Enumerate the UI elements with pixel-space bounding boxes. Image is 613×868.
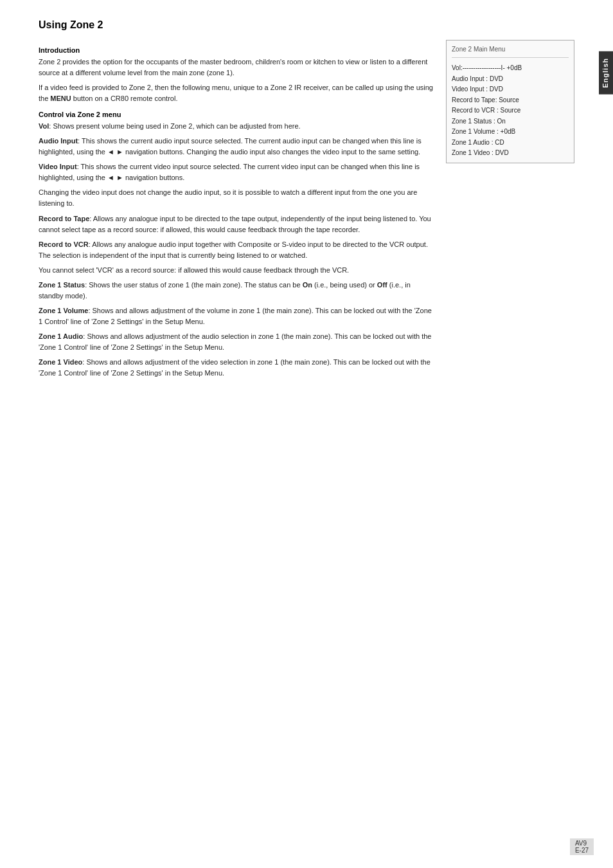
item-video-note: Changing the video input does not change… xyxy=(39,187,433,209)
item-video-note-text: Changing the video input does not change… xyxy=(39,188,417,207)
item-video-term: Video Input xyxy=(39,163,77,170)
item-z1vol-term: Zone 1 Volume xyxy=(39,307,88,314)
menu-line-6: Zone 1 Volume : +0dB xyxy=(452,127,569,138)
item-z1status-mid: (i.e., being used) or xyxy=(312,281,377,289)
intro-end-text: button on a CR80 remote control. xyxy=(73,95,178,102)
item-zone1-status: Zone 1 Status: Shows the user status of … xyxy=(39,280,433,302)
item-record-tape: Record to Tape: Allows any analogue inpu… xyxy=(39,213,433,235)
item-audio-term: Audio Input xyxy=(39,137,78,145)
item-z1status-on: On xyxy=(303,281,312,289)
intro-para2-text: If a video feed is provided to Zone 2, t… xyxy=(39,84,414,91)
item-vol-term: Vol xyxy=(39,122,49,130)
item-zone1-video: Zone 1 Video: Shows and allows adjustmen… xyxy=(39,357,433,379)
intro-para2: If a video feed is provided to Zone 2, t… xyxy=(39,82,433,104)
item-tape-term: Record to Tape xyxy=(39,215,89,222)
item-vcr-note-text: You cannot select 'VCR' as a record sour… xyxy=(39,266,349,274)
item-audio-text: : This shows the current audio input sou… xyxy=(39,137,422,156)
control-heading: Control via Zone 2 menu xyxy=(39,111,433,118)
page-container: English Using Zone 2 Introduction Zone 2… xyxy=(0,0,613,868)
item-zone1-audio: Zone 1 Audio: Shows and allows adjustmen… xyxy=(39,331,433,353)
item-video-input: Video Input: This shows the current vide… xyxy=(39,161,433,183)
item-z1video-text: : Shows and allows adjustment of the vid… xyxy=(39,358,431,377)
item-z1audio-term: Zone 1 Audio xyxy=(39,332,83,340)
intro-para1: Zone 2 provides the option for the occup… xyxy=(39,57,433,78)
item-z1audio-text: : Shows and allows adjustment of the aud… xyxy=(39,332,431,351)
item-audio-input: Audio Input: This shows the current audi… xyxy=(39,136,433,158)
english-tab: English xyxy=(599,51,613,95)
item-z1video-term: Zone 1 Video xyxy=(39,358,82,366)
menu-line-4: Record to VCR : Source xyxy=(452,105,569,116)
page-title: Using Zone 2 xyxy=(39,19,574,31)
item-tape-text: : Allows any analogue input to be direct… xyxy=(39,215,431,233)
item-z1vol-text: : Shows and allows adjustment of the vol… xyxy=(39,307,432,325)
introduction-heading: Introduction xyxy=(39,46,433,54)
menu-box: Zone 2 Main Menu Vol:------------------I… xyxy=(446,40,574,163)
item-zone1-volume: Zone 1 Volume: Shows and allows adjustme… xyxy=(39,305,433,327)
item-z1status-term: Zone 1 Status xyxy=(39,281,85,289)
left-column: Introduction Zone 2 provides the option … xyxy=(39,40,433,383)
menu-line-5: Zone 1 Status : On xyxy=(452,116,569,127)
menu-line-3: Record to Tape: Source xyxy=(452,95,569,106)
item-video-text: : This shows the current video input sou… xyxy=(39,163,420,181)
item-vcr-note: You cannot select 'VCR' as a record sour… xyxy=(39,265,433,276)
item-record-vcr: Record to VCR: Allows any analogue audio… xyxy=(39,239,433,261)
item-vcr-text: : Allows any analogue audio input togeth… xyxy=(39,240,428,259)
item-z1status-off: Off xyxy=(377,281,387,289)
menu-line-2: Video Input : DVD xyxy=(452,84,569,95)
item-vol-text: : Shows present volume being used in Zon… xyxy=(49,122,300,130)
right-column: Zone 2 Main Menu Vol:------------------I… xyxy=(446,40,574,383)
item-vcr-term: Record to VCR xyxy=(39,240,89,248)
menu-line-8: Zone 1 Video : DVD xyxy=(452,148,569,159)
item-vol: Vol: Shows present volume being used in … xyxy=(39,121,433,132)
menu-box-divider xyxy=(452,57,569,58)
main-content: Introduction Zone 2 provides the option … xyxy=(39,40,574,383)
intro-menu-bold: MENU xyxy=(50,95,71,102)
item-z1status-text: : Shows the user status of zone 1 (the m… xyxy=(85,281,303,289)
menu-line-0: Vol:------------------I- +0dB xyxy=(452,63,569,74)
menu-box-title: Zone 2 Main Menu xyxy=(452,44,569,55)
menu-line-1: Audio Input : DVD xyxy=(452,74,569,85)
page-number: AV9E-27 xyxy=(570,838,594,855)
menu-line-7: Zone 1 Audio : CD xyxy=(452,138,569,149)
